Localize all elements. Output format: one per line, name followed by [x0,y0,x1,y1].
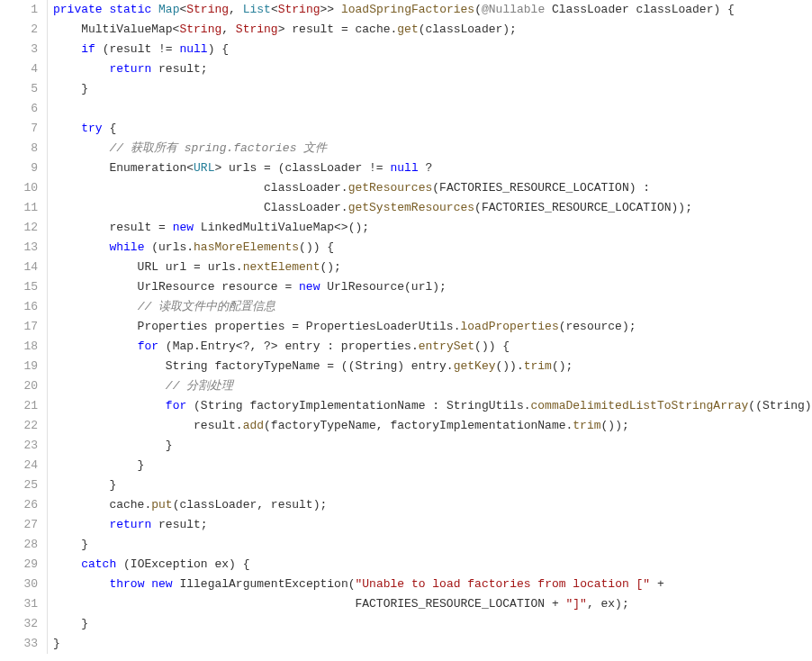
line-number: 20 [0,376,38,396]
line-number: 25 [0,475,38,495]
line-number: 14 [0,258,38,277]
line-number: 6 [0,99,38,119]
code-line: // 读取文件中的配置信息 [53,297,812,317]
line-number: 27 [0,515,38,535]
line-number: 32 [0,614,38,634]
code-line: for (String factoryImplementationName : … [53,396,812,416]
line-number: 28 [0,535,38,555]
code-line: throw new IllegalArgumentException("Unab… [53,575,812,594]
code-line: private static Map<String, List<String>>… [53,0,812,20]
line-number: 15 [0,277,38,297]
code-line: URL url = urls.nextElement(); [53,258,812,277]
line-number: 8 [0,139,38,158]
line-number: 3 [0,40,38,59]
code-line: // 分割处理 [53,376,812,396]
code-line: Enumeration<URL> urls = (classLoader != … [53,158,812,178]
line-number: 1 [0,0,38,20]
code-line: return result; [53,515,812,535]
code-line: String factoryTypeName = ((String) entry… [53,357,812,376]
code-line: } [53,634,812,654]
code-line: catch (IOException ex) { [53,555,812,575]
code-line: result.add(factoryTypeName, factoryImple… [53,416,812,436]
line-number: 12 [0,218,38,238]
line-number: 24 [0,456,38,475]
code-line: } [53,535,812,555]
code-line: while (urls.hasMoreElements()) { [53,238,812,258]
line-number: 29 [0,555,38,575]
code-line: UrlResource resource = new UrlResource(u… [53,277,812,297]
code-line: } [53,79,812,99]
code-line: try { [53,119,812,139]
code-line: FACTORIES_RESOURCE_LOCATION + "]", ex); [53,594,812,614]
line-number: 7 [0,119,38,139]
code-area[interactable]: private static Map<String, List<String>>… [47,0,812,654]
code-line: Properties properties = PropertiesLoader… [53,317,812,337]
line-number: 22 [0,416,38,436]
line-number: 16 [0,297,38,317]
code-line: } [53,614,812,634]
line-number: 21 [0,396,38,416]
line-number: 19 [0,357,38,376]
line-number: 26 [0,495,38,515]
code-line: classLoader.getResources(FACTORIES_RESOU… [53,178,812,198]
code-line: return result; [53,59,812,79]
code-line: // 获取所有 spring.factories 文件 [53,139,812,158]
line-number: 33 [0,634,38,654]
line-number: 11 [0,198,38,218]
code-line: ClassLoader.getSystemResources(FACTORIES… [53,198,812,218]
line-number: 13 [0,238,38,258]
line-number: 31 [0,594,38,614]
code-line: } [53,475,812,495]
code-line: result = new LinkedMultiValueMap<>(); [53,218,812,238]
line-number: 10 [0,178,38,198]
code-line: } [53,436,812,456]
line-number: 5 [0,79,38,99]
code-editor: 1234567891011121314151617181920212223242… [0,0,812,654]
code-line: MultiValueMap<String, String> result = c… [53,20,812,40]
line-number: 9 [0,158,38,178]
line-number: 2 [0,20,38,40]
code-line [53,99,812,119]
line-number: 4 [0,59,38,79]
line-number: 17 [0,317,38,337]
code-line: cache.put(classLoader, result); [53,495,812,515]
line-number: 23 [0,436,38,456]
code-line: for (Map.Entry<?, ?> entry : properties.… [53,337,812,357]
code-line: if (result != null) { [53,40,812,59]
code-line: } [53,456,812,475]
line-number-gutter: 1234567891011121314151617181920212223242… [0,0,47,654]
line-number: 18 [0,337,38,357]
line-number: 30 [0,575,38,594]
